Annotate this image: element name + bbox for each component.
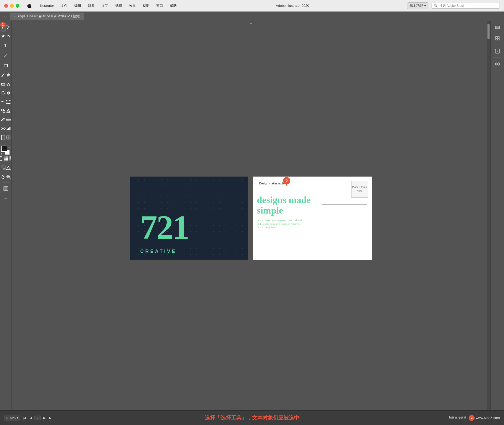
menu-file[interactable]: 文件 bbox=[60, 3, 69, 9]
scissors-tool[interactable] bbox=[6, 80, 11, 88]
warp-tool[interactable] bbox=[1, 98, 6, 106]
svg-rect-43 bbox=[9, 156, 12, 160]
image-trace-icon bbox=[1, 166, 6, 170]
bottom-left: 40.54% ▾ |◀ ◀ 2 ▶ ▶| bbox=[4, 415, 53, 421]
live-paint-tool[interactable] bbox=[6, 107, 11, 115]
close-button[interactable] bbox=[4, 4, 8, 8]
type-tool[interactable]: T bbox=[1, 41, 10, 50]
brand-number: 721 bbox=[140, 210, 188, 244]
apple-menu[interactable] bbox=[26, 3, 32, 9]
menu-object[interactable]: 对象 bbox=[87, 3, 96, 9]
scissors-icon bbox=[6, 82, 11, 86]
eyedropper-icon bbox=[1, 117, 6, 122]
macz-icon: Z bbox=[469, 415, 475, 421]
logo-text-box[interactable]: Design makesimple bbox=[257, 181, 287, 186]
artboards-panel-icon[interactable] bbox=[493, 34, 502, 43]
blend-tool-icon bbox=[1, 126, 6, 131]
perspective-grid-tool[interactable] bbox=[6, 164, 11, 172]
color-boxes[interactable]: ⇄ ■ bbox=[1, 146, 10, 155]
color-icon[interactable] bbox=[3, 156, 8, 161]
scroll-top[interactable]: ▲ bbox=[249, 21, 253, 25]
next-page-button[interactable]: ▶ bbox=[42, 415, 47, 421]
page-number[interactable]: 2 bbox=[34, 416, 41, 420]
pen-tool-icon bbox=[1, 34, 6, 39]
hand-tool[interactable] bbox=[1, 173, 6, 181]
more-tools[interactable]: ··· bbox=[1, 194, 10, 203]
gradient-icon[interactable] bbox=[9, 156, 12, 161]
line-tool[interactable] bbox=[1, 51, 10, 60]
blob-brush-tool[interactable] bbox=[6, 71, 11, 79]
switch-tool-label[interactable]: 切换直接选择 bbox=[449, 416, 466, 420]
search-input[interactable] bbox=[439, 4, 497, 8]
none-icon[interactable] bbox=[0, 156, 2, 161]
selection-tool[interactable]: 1 bbox=[1, 23, 6, 31]
tab-close-icon[interactable]: × bbox=[13, 15, 15, 18]
vertical-scrollbar[interactable] bbox=[487, 21, 490, 410]
artboard-tool[interactable] bbox=[1, 133, 6, 142]
traffic-lights bbox=[4, 4, 19, 8]
svg-point-23 bbox=[1, 128, 2, 129]
slice-tool[interactable] bbox=[6, 133, 11, 142]
prev-page-button[interactable]: ◀ bbox=[28, 415, 33, 421]
curvature-tool[interactable] bbox=[6, 32, 11, 40]
fullscreen-button[interactable] bbox=[16, 4, 19, 8]
svg-rect-41 bbox=[4, 158, 6, 161]
menubar: Illustrator 文件 编辑 对象 文字 选择 效果 视图 窗口 帮助 A… bbox=[0, 0, 504, 12]
layers-panel-icon[interactable] bbox=[493, 23, 502, 33]
measure-tool[interactable] bbox=[6, 115, 11, 124]
document-tab[interactable]: × Single_Line.ai* @ 40.54% (CMYK/GPU 预览) bbox=[9, 12, 84, 20]
shape-builder-tool[interactable] bbox=[1, 107, 6, 115]
zoom-tool[interactable] bbox=[6, 173, 11, 181]
collapse-panel-button[interactable]: ‹ bbox=[2, 13, 8, 19]
search-box[interactable]: 🔍 bbox=[432, 3, 500, 9]
menu-effect[interactable]: 效果 bbox=[128, 3, 137, 9]
svg-line-38 bbox=[0, 156, 2, 160]
blend-tool[interactable] bbox=[1, 124, 6, 133]
foreground-color[interactable] bbox=[1, 146, 7, 152]
workspace-selector[interactable]: 基本功能 ▾ bbox=[407, 2, 428, 9]
workspace-chevron-icon: ▾ bbox=[424, 4, 426, 8]
paintbrush-tool[interactable] bbox=[1, 71, 6, 79]
left-toolbar: 1 bbox=[0, 21, 12, 410]
free-transform-tool[interactable] bbox=[6, 98, 11, 106]
bottombar: 40.54% ▾ |◀ ◀ 2 ▶ ▶| 选择「选择工具」，文本对象仍应被选中 … bbox=[0, 410, 504, 425]
toolbar-divider-3 bbox=[2, 182, 10, 183]
direct-selection-tool[interactable] bbox=[6, 23, 11, 31]
first-page-button[interactable]: |◀ bbox=[22, 415, 27, 421]
eyedropper-tool[interactable] bbox=[1, 115, 6, 124]
brand-text: CREATIVE bbox=[140, 249, 177, 254]
swap-colors-icon[interactable]: ⇄ bbox=[8, 146, 10, 148]
scroll-thumb[interactable] bbox=[487, 24, 490, 39]
menu-type[interactable]: 文字 bbox=[101, 3, 109, 9]
column-graph-tool[interactable] bbox=[6, 124, 11, 133]
menu-edit[interactable]: 编辑 bbox=[73, 3, 82, 9]
pen-tool[interactable] bbox=[1, 32, 6, 40]
shapebuilder-tools-group bbox=[1, 107, 11, 115]
free-transform-icon bbox=[6, 99, 11, 104]
live-paint-icon bbox=[6, 108, 11, 113]
screen-mode-tool[interactable] bbox=[1, 184, 10, 193]
last-page-button[interactable]: ▶| bbox=[48, 415, 53, 421]
appearance-panel-icon[interactable] bbox=[493, 59, 502, 69]
reset-colors-icon[interactable]: ■ bbox=[1, 153, 2, 155]
menu-help[interactable]: 帮助 bbox=[169, 3, 178, 9]
image-trace-tool[interactable] bbox=[1, 164, 6, 172]
artboards-wrapper: 721 CREATIVE Design makesimple 2 Place S… bbox=[130, 177, 372, 260]
menu-window[interactable]: 窗口 bbox=[155, 3, 164, 9]
rotate-tool[interactable] bbox=[1, 89, 6, 97]
menu-illustrator[interactable]: Illustrator bbox=[39, 3, 55, 8]
reflect-tool[interactable] bbox=[6, 89, 11, 97]
libraries-panel-icon[interactable] bbox=[493, 46, 502, 56]
svg-rect-45 bbox=[1, 166, 3, 168]
minimize-button[interactable] bbox=[10, 4, 14, 8]
apple-icon bbox=[27, 3, 32, 8]
svg-rect-53 bbox=[495, 26, 500, 27]
svg-rect-57 bbox=[498, 36, 499, 38]
rectangle-tool[interactable] bbox=[1, 61, 10, 70]
artboard-2: Design makesimple 2 Place Stamp Here des… bbox=[253, 177, 372, 260]
svg-rect-46 bbox=[3, 168, 5, 169]
zoom-selector[interactable]: 40.54% ▾ bbox=[4, 415, 20, 421]
menu-select[interactable]: 选择 bbox=[114, 3, 123, 9]
menu-view[interactable]: 视图 bbox=[141, 3, 150, 9]
eraser-tool[interactable] bbox=[1, 80, 6, 88]
